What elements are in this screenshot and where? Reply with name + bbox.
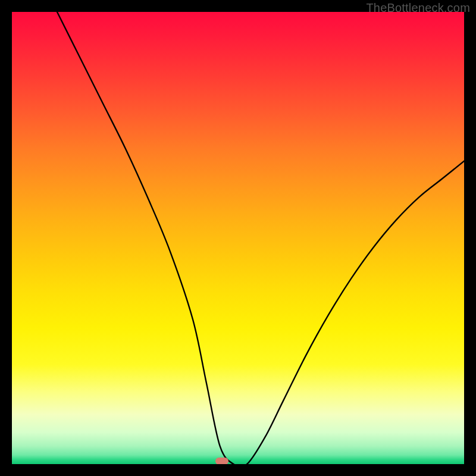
chart-stage: TheBottleneck.com <box>0 0 476 476</box>
optimal-marker <box>215 458 228 464</box>
bottleneck-curve <box>12 12 464 464</box>
plot-area <box>12 12 464 464</box>
curve-path <box>57 12 464 464</box>
